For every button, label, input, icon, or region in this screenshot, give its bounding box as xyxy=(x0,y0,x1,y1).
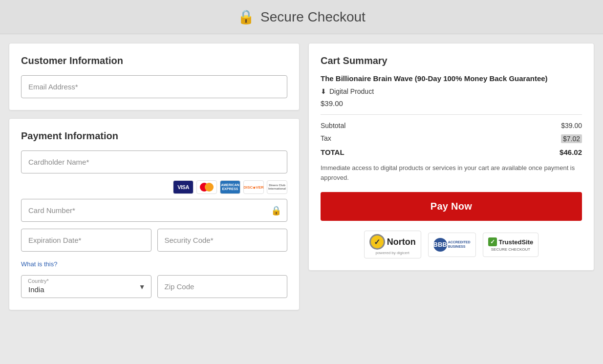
total-row: TOTAL $46.02 xyxy=(321,148,582,156)
expiration-group xyxy=(21,229,151,252)
bbb-seal-icon: BBB xyxy=(433,238,447,252)
diners-icon: Diners ClubInternational xyxy=(267,180,287,194)
customer-section-title: Customer Information xyxy=(21,55,287,66)
right-column: Cart Summary The Billionaire Brain Wave … xyxy=(308,43,594,355)
main-content: Customer Information Payment Information… xyxy=(0,34,603,364)
security-code-input[interactable] xyxy=(157,229,288,252)
email-group xyxy=(21,75,287,98)
norton-badge: ✓ Norton powered by digicert xyxy=(364,231,421,258)
digital-product-badge: ⬇ Digital Product xyxy=(321,87,582,95)
card-number-group: 🔒 xyxy=(21,199,287,222)
norton-checkmark-icon: ✓ xyxy=(369,234,385,250)
product-name: The Billionaire Brain Wave (90-Day 100% … xyxy=(321,73,582,84)
bbb-label: ACCREDITED BUSINESS xyxy=(448,240,471,249)
payment-section-title: Payment Information xyxy=(21,130,287,142)
card-number-input[interactable] xyxy=(21,199,287,222)
download-icon: ⬇ xyxy=(321,87,326,95)
bbb-accredited: ACCREDITED xyxy=(448,240,471,244)
zip-group xyxy=(157,275,288,298)
exp-security-row xyxy=(21,229,287,252)
cart-title: Cart Summary xyxy=(321,55,582,66)
bbb-badge: BBB ACCREDITED BUSINESS xyxy=(428,233,476,257)
total-value: $46.02 xyxy=(560,148,582,156)
security-hint-wrapper: What is this? xyxy=(21,258,287,268)
norton-logo: ✓ Norton xyxy=(369,234,416,250)
norton-inner: ✓ Norton powered by digicert xyxy=(369,234,416,255)
pay-now-button[interactable]: Pay Now xyxy=(321,192,582,221)
subtotal-row: Subtotal $39.00 xyxy=(321,122,582,129)
cardholder-group xyxy=(21,150,287,173)
zip-input[interactable] xyxy=(157,275,288,298)
email-input[interactable] xyxy=(21,75,287,98)
bbb-business: BUSINESS xyxy=(448,245,471,249)
country-group: Country* India ▼ xyxy=(21,275,151,298)
payment-info-card: Payment Information VISA AMERICANEXPRESS… xyxy=(9,118,300,310)
tax-label: Tax xyxy=(321,134,331,143)
tax-value: $7.02 xyxy=(561,134,582,143)
checkout-header: 🔒 Secure Checkout xyxy=(0,0,603,34)
card-icons-row: VISA AMERICANEXPRESS DISC●VER Diners Clu… xyxy=(21,180,287,194)
security-hint-link[interactable]: What is this? xyxy=(21,260,57,268)
visa-icon: VISA xyxy=(173,180,194,194)
mastercard-icon xyxy=(196,180,217,194)
left-column: Customer Information Payment Information… xyxy=(9,43,300,355)
header-title: Secure Checkout xyxy=(260,9,366,25)
trusted-site-badge: ✓ TrustedSite SECURE CHECKOUT xyxy=(483,233,539,257)
cart-divider xyxy=(321,114,582,115)
customer-info-card: Customer Information xyxy=(9,43,300,110)
access-note: Immediate access to digital products or … xyxy=(321,163,582,182)
bbb-inner: BBB ACCREDITED BUSINESS xyxy=(433,238,471,252)
trusted-check-icon: ✓ xyxy=(488,237,497,246)
tax-row: Tax $7.02 xyxy=(321,134,582,143)
amex-icon: AMERICANEXPRESS xyxy=(220,180,240,194)
digital-product-label: Digital Product xyxy=(329,87,374,95)
security-code-group xyxy=(157,229,288,252)
discover-icon: DISC●VER xyxy=(243,180,264,194)
country-zip-row: Country* India ▼ xyxy=(21,275,287,298)
expiration-input[interactable] xyxy=(21,229,151,252)
trusted-site-text: TrustedSite xyxy=(499,238,534,246)
norton-text: Norton xyxy=(387,237,416,247)
lock-icon: 🔒 xyxy=(237,9,255,25)
subtotal-value: $39.00 xyxy=(561,122,582,129)
cart-summary-card: Cart Summary The Billionaire Brain Wave … xyxy=(308,43,594,271)
trusted-sub: SECURE CHECKOUT xyxy=(491,247,530,252)
trusted-inner: ✓ TrustedSite SECURE CHECKOUT xyxy=(488,237,534,252)
norton-digicert: powered by digicert xyxy=(375,251,409,255)
country-label: Country* xyxy=(28,278,49,284)
cardholder-input[interactable] xyxy=(21,150,287,173)
total-label: TOTAL xyxy=(321,148,345,156)
trust-badges: ✓ Norton powered by digicert BBB ACCREDI… xyxy=(321,231,582,258)
bbb-main: BBB ACCREDITED BUSINESS xyxy=(433,238,471,252)
subtotal-label: Subtotal xyxy=(321,122,345,129)
product-price: $39.00 xyxy=(321,99,582,107)
trusted-main-row: ✓ TrustedSite xyxy=(488,237,534,246)
